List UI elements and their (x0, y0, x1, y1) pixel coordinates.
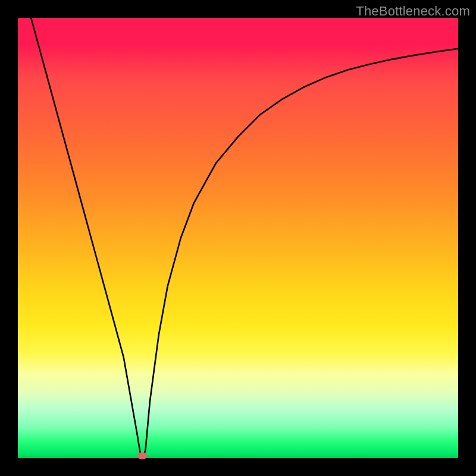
bottleneck-curve-path (31, 18, 458, 458)
minimum-marker (137, 452, 148, 459)
curve-svg (18, 18, 458, 458)
chart-frame: TheBottleneck.com (0, 0, 476, 476)
chart-plot-area (18, 18, 458, 458)
watermark-text: TheBottleneck.com (356, 4, 470, 19)
